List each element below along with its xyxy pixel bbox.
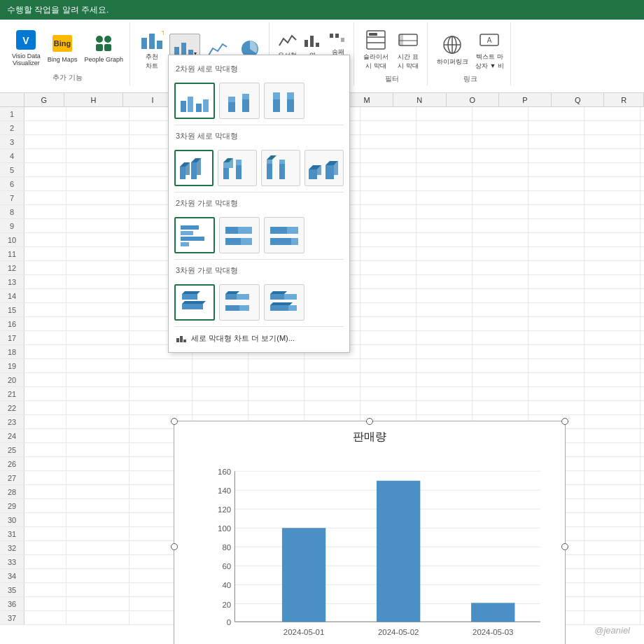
sheet-cell[interactable]	[584, 555, 640, 568]
sheet-cell[interactable]	[584, 289, 640, 302]
3d-hbar-stacked-option[interactable]	[219, 284, 260, 321]
sheet-cell[interactable]	[640, 247, 644, 260]
sheet-cell[interactable]	[66, 317, 130, 330]
sheet-cell[interactable]	[24, 149, 66, 162]
textbox-button[interactable]: A 텍스트 마 상자 ▼ 비	[473, 25, 506, 73]
sheet-cell[interactable]	[360, 205, 416, 218]
visio-data-button[interactable]: V Visio Data Visualizer	[10, 25, 43, 69]
sheet-cell[interactable]	[640, 541, 644, 554]
sheet-cell[interactable]	[66, 597, 130, 610]
sheet-cell[interactable]	[66, 429, 130, 442]
sheet-cell[interactable]	[24, 205, 66, 218]
sheet-cell[interactable]	[640, 289, 644, 302]
sheet-cell[interactable]	[528, 289, 584, 302]
sheet-cell[interactable]	[24, 541, 66, 554]
sheet-cell[interactable]	[472, 135, 528, 148]
sheet-cell[interactable]	[528, 261, 584, 274]
more-chart-types-button[interactable]: 세로 막대형 차트 더 보기(M)...	[174, 330, 344, 346]
sheet-cell[interactable]	[66, 275, 130, 288]
sheet-cell[interactable]	[24, 359, 66, 372]
sheet-cell[interactable]	[24, 471, 66, 484]
sheet-cell[interactable]	[416, 107, 472, 120]
sheet-cell[interactable]	[416, 331, 472, 344]
100pct-stacked-bar-option[interactable]	[264, 83, 304, 119]
sheet-cell[interactable]	[416, 233, 472, 246]
sheet-cell[interactable]	[304, 387, 360, 400]
sheet-cell[interactable]	[360, 163, 416, 176]
bing-maps-button[interactable]: Bing Bing Maps	[46, 29, 80, 65]
sheet-cell[interactable]	[472, 275, 528, 288]
sheet-cell[interactable]	[472, 303, 528, 316]
sheet-cell[interactable]	[24, 135, 66, 148]
sheet-cell[interactable]	[192, 359, 248, 372]
clustered-bar-option[interactable]	[174, 83, 215, 119]
sheet-cell[interactable]	[66, 471, 130, 484]
sheet-cell[interactable]	[472, 345, 528, 358]
sheet-cell[interactable]	[66, 527, 130, 540]
sheet-cell[interactable]	[360, 261, 416, 274]
sheet-cell[interactable]	[584, 233, 640, 246]
sheet-cell[interactable]	[584, 317, 640, 330]
sheet-cell[interactable]	[24, 401, 66, 414]
3d-clustered-bar-option[interactable]	[174, 150, 214, 186]
sheet-cell[interactable]	[416, 219, 472, 232]
sheet-cell[interactable]	[472, 247, 528, 260]
sheet-cell[interactable]	[528, 345, 584, 358]
sheet-cell[interactable]	[66, 583, 130, 596]
sheet-cell[interactable]	[66, 569, 130, 582]
sheet-cell[interactable]	[248, 387, 304, 400]
sheet-cell[interactable]	[528, 387, 584, 400]
sheet-cell[interactable]	[66, 373, 130, 386]
sheet-cell[interactable]	[248, 359, 304, 372]
sheet-cell[interactable]	[584, 149, 640, 162]
sheet-cell[interactable]	[360, 303, 416, 316]
sheet-cell[interactable]	[360, 317, 416, 330]
sheet-cell[interactable]	[528, 219, 584, 232]
sheet-cell[interactable]	[24, 261, 66, 274]
sheet-cell[interactable]	[472, 359, 528, 372]
sheet-cell[interactable]	[416, 387, 472, 400]
sheet-cell[interactable]	[66, 387, 130, 400]
sheet-cell[interactable]	[528, 401, 584, 414]
sheet-cell[interactable]	[640, 415, 644, 428]
sheet-cell[interactable]	[130, 387, 192, 400]
sheet-cell[interactable]	[584, 261, 640, 274]
sheet-cell[interactable]	[66, 541, 130, 554]
sheet-cell[interactable]	[66, 149, 130, 162]
sheet-cell[interactable]	[640, 443, 644, 456]
sheet-cell[interactable]	[528, 177, 584, 190]
sheet-cell[interactable]	[130, 359, 192, 372]
sheet-cell[interactable]	[192, 401, 248, 414]
sheet-cell[interactable]	[24, 233, 66, 246]
sheet-cell[interactable]	[304, 373, 360, 386]
sheet-cell[interactable]	[24, 429, 66, 442]
sheet-cell[interactable]	[640, 107, 644, 120]
sheet-cell[interactable]	[66, 345, 130, 358]
sheet-cell[interactable]	[640, 177, 644, 190]
sheet-cell[interactable]	[248, 401, 304, 414]
sheet-cell[interactable]	[24, 163, 66, 176]
sheet-cell[interactable]	[472, 163, 528, 176]
sheet-cell[interactable]	[416, 149, 472, 162]
sheet-cell[interactable]	[584, 457, 640, 470]
3d-stacked-bar-option[interactable]	[218, 150, 257, 186]
sheet-cell[interactable]	[584, 415, 640, 428]
timeline-button[interactable]: 시간 표 시 막대	[393, 25, 423, 73]
sheet-cell[interactable]	[360, 191, 416, 204]
sheet-cell[interactable]	[416, 247, 472, 260]
sheet-cell[interactable]	[360, 401, 416, 414]
sheet-cell[interactable]	[640, 583, 644, 596]
sheet-cell[interactable]	[472, 317, 528, 330]
chart-handle-tl[interactable]	[171, 418, 178, 425]
sheet-cell[interactable]	[24, 373, 66, 386]
sheet-cell[interactable]	[472, 387, 528, 400]
hyperlink-button[interactable]: 하이퍼링크	[435, 30, 470, 69]
sheet-cell[interactable]	[66, 107, 130, 120]
chart-container[interactable]: 판매량 0 20 40 60 80 100 120 140 160	[174, 421, 566, 644]
sheet-cell[interactable]	[528, 191, 584, 204]
sheet-cell[interactable]	[416, 359, 472, 372]
slicer-button[interactable]: 슬라이서 시 막대	[361, 25, 391, 73]
sheet-cell[interactable]	[584, 205, 640, 218]
sheet-cell[interactable]	[528, 359, 584, 372]
sheet-cell[interactable]	[24, 513, 66, 526]
